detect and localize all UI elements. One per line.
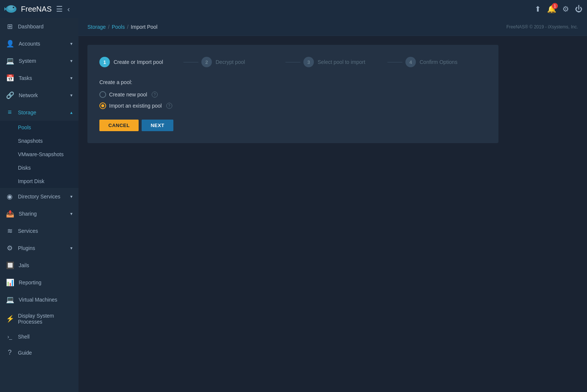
step-4-number: 4 <box>405 57 416 67</box>
sidebar-sub-label: Snapshots <box>18 138 43 144</box>
help-icon-create-new[interactable]: ? <box>152 92 158 98</box>
step-2-label: Decrypt pool <box>216 59 245 65</box>
sidebar-item-accounts[interactable]: 👤 Accounts ▾ <box>0 35 78 52</box>
step-divider-3 <box>387 62 402 62</box>
sidebar-sub-label: VMware-Snapshots <box>18 151 64 157</box>
step-divider-2 <box>285 62 300 62</box>
logo-text: FreeNAS <box>21 5 52 13</box>
radio-import-existing-circle <box>99 102 106 109</box>
breadcrumb-pools[interactable]: Pools <box>112 24 125 30</box>
step-2-number: 2 <box>201 57 212 67</box>
sidebar-item-virtual-machines[interactable]: 💻 Virtual Machines <box>0 291 78 308</box>
sidebar-item-system[interactable]: 💻 System ▾ <box>0 52 78 70</box>
sidebar-item-label: Jails <box>19 262 29 268</box>
reporting-icon: 📊 <box>6 278 14 287</box>
page-content: 1 Create or Import pool 2 Decrypt pool 3… <box>78 36 587 392</box>
power-icon[interactable]: ⏻ <box>575 5 583 13</box>
step-3-label: Select pool to import <box>318 59 365 65</box>
radio-option-import-existing[interactable]: Import an existing pool ? <box>99 102 486 109</box>
display-system-processes-icon: ⚡ <box>6 315 13 323</box>
virtual-machines-icon: 💻 <box>6 296 14 304</box>
step-1-number: 1 <box>99 57 110 67</box>
content-area: Storage / Pools / Import Pool FreeNAS® ©… <box>78 18 587 392</box>
sidebar-item-directory-services[interactable]: ◉ Directory Services ▾ <box>0 188 78 205</box>
topbar: FreeNAS ☰ ‹ ⬆ 🔔 1 ⚙ ⏻ <box>0 0 587 18</box>
step-4-label: Confirm Options <box>420 59 457 65</box>
sidebar-item-label: Tasks <box>19 75 32 81</box>
sidebar-item-label: Network <box>19 92 38 98</box>
chevron-down-icon: ▾ <box>70 75 72 81</box>
notifications-button[interactable]: 🔔 1 <box>547 4 556 13</box>
sidebar-sub-label: Pools <box>18 124 31 130</box>
step-2: 2 Decrypt pool <box>201 57 282 67</box>
storage-submenu: Pools Snapshots VMware-Snapshots Disks I… <box>0 121 78 188</box>
sidebar: ⊞ Dashboard 👤 Accounts ▾ 💻 System ▾ 📅 Ta… <box>0 18 78 392</box>
sidebar-item-label: Storage <box>18 109 36 115</box>
sidebar-item-network[interactable]: 🔗 Network ▾ <box>0 87 78 104</box>
step-4: 4 Confirm Options <box>405 57 486 67</box>
sidebar-item-shell[interactable]: ›_ Shell <box>0 329 78 344</box>
sidebar-item-label: Dashboard <box>18 24 44 30</box>
sidebar-item-display-system-processes[interactable]: ⚡ Display System Processes <box>0 308 78 329</box>
next-button[interactable]: NEXT <box>142 120 173 131</box>
chevron-down-icon: ▾ <box>70 246 72 251</box>
sidebar-item-label: Display System Processes <box>18 313 72 325</box>
sidebar-item-import-disk[interactable]: Import Disk <box>0 175 78 188</box>
wizard-steps: 1 Create or Import pool 2 Decrypt pool 3… <box>99 57 486 67</box>
logo-icon <box>4 2 18 16</box>
sidebar-item-disks[interactable]: Disks <box>0 161 78 175</box>
step-divider-1 <box>183 62 198 62</box>
sidebar-item-label: Shell <box>18 334 30 340</box>
wizard-card: 1 Create or Import pool 2 Decrypt pool 3… <box>87 45 498 143</box>
sidebar-item-label: Services <box>18 228 38 234</box>
settings-icon[interactable]: ⚙ <box>562 4 569 13</box>
breadcrumb-bar: Storage / Pools / Import Pool FreeNAS® ©… <box>78 18 587 36</box>
upload-icon[interactable]: ⬆ <box>535 4 541 13</box>
radio-create-new-circle <box>99 91 106 98</box>
step-1-label: Create or Import pool <box>114 59 163 65</box>
sidebar-item-storage[interactable]: ≡ Storage ▴ <box>0 104 78 121</box>
sidebar-item-plugins[interactable]: ⚙ Plugins ▾ <box>0 240 78 257</box>
sidebar-item-label: Reporting <box>19 280 41 285</box>
sidebar-item-label: Plugins <box>18 245 35 251</box>
guide-icon: ? <box>6 349 13 356</box>
breadcrumb: Storage / Pools / Import Pool <box>87 24 157 30</box>
sidebar-item-services[interactable]: ≋ Services <box>0 222 78 240</box>
sidebar-item-guide[interactable]: ? Guide <box>0 344 78 361</box>
sidebar-item-label: System <box>19 58 36 64</box>
menu-icon[interactable]: ☰ <box>56 4 63 13</box>
chevron-down-icon: ▾ <box>70 211 72 216</box>
chevron-up-icon: ▴ <box>70 110 72 115</box>
logo[interactable]: FreeNAS <box>4 2 52 16</box>
step-3: 3 Select pool to import <box>303 57 384 67</box>
sharing-icon: 📤 <box>6 210 14 218</box>
sidebar-item-label: Directory Services <box>18 194 61 200</box>
sidebar-item-label: Virtual Machines <box>19 297 57 303</box>
sidebar-item-snapshots[interactable]: Snapshots <box>0 134 78 148</box>
sidebar-item-vmware-snapshots[interactable]: VMware-Snapshots <box>0 148 78 161</box>
sidebar-item-sharing[interactable]: 📤 Sharing ▾ <box>0 205 78 222</box>
sidebar-item-tasks[interactable]: 📅 Tasks ▾ <box>0 70 78 87</box>
breadcrumb-sep-1: / <box>108 24 109 30</box>
radio-create-new-label: Create new pool <box>109 92 147 98</box>
chevron-down-icon: ▾ <box>70 93 72 98</box>
chevron-down-icon: ▾ <box>70 41 72 46</box>
breadcrumb-storage[interactable]: Storage <box>87 24 106 30</box>
directory-services-icon: ◉ <box>6 192 13 201</box>
sidebar-item-jails[interactable]: 🔲 Jails <box>0 257 78 274</box>
jails-icon: 🔲 <box>6 261 14 269</box>
breadcrumb-sep-2: / <box>127 24 129 30</box>
help-icon-import-existing[interactable]: ? <box>166 103 172 109</box>
sidebar-sub-label: Import Disk <box>18 178 44 184</box>
sidebar-item-reporting[interactable]: 📊 Reporting <box>0 274 78 291</box>
sidebar-item-dashboard[interactable]: ⊞ Dashboard <box>0 18 78 35</box>
storage-icon: ≡ <box>6 108 13 116</box>
radio-option-create-new[interactable]: Create new pool ? <box>99 91 486 98</box>
cancel-button[interactable]: CANCEL <box>99 120 139 131</box>
back-icon[interactable]: ‹ <box>67 5 70 13</box>
services-icon: ≋ <box>6 227 13 235</box>
tasks-icon: 📅 <box>6 74 14 82</box>
copyright-text: FreeNAS® © 2019 - iXsystems, Inc. <box>506 24 578 30</box>
sidebar-item-pools[interactable]: Pools <box>0 121 78 134</box>
accounts-icon: 👤 <box>6 40 14 48</box>
